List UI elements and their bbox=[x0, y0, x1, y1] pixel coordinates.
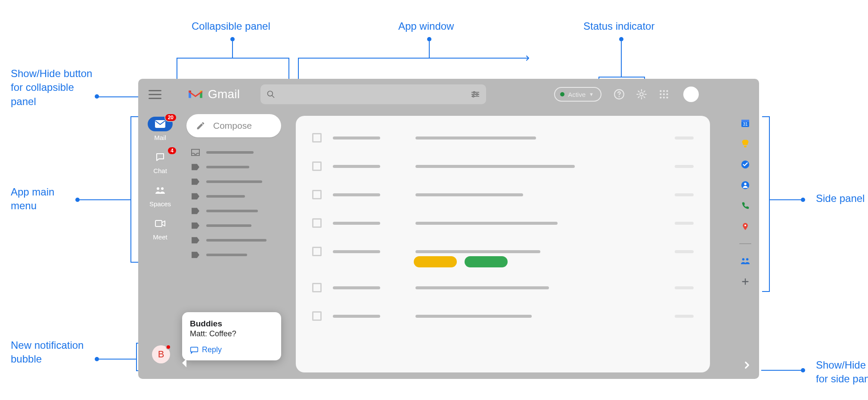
notification-bubble-avatar[interactable]: B bbox=[152, 345, 170, 363]
label-icon bbox=[191, 236, 200, 244]
annotation-text: App window bbox=[398, 20, 454, 32]
folder-item[interactable] bbox=[191, 251, 289, 259]
checkbox[interactable] bbox=[312, 161, 322, 171]
brand-name: Gmail bbox=[208, 87, 240, 101]
checkbox[interactable] bbox=[312, 247, 322, 256]
mail-row[interactable] bbox=[312, 311, 694, 321]
annotation-text: Status indicator bbox=[583, 20, 654, 32]
plus-icon[interactable] bbox=[740, 276, 751, 287]
svg-point-7 bbox=[473, 96, 474, 97]
svg-point-30 bbox=[161, 187, 164, 190]
mail-row[interactable] bbox=[312, 190, 694, 199]
pencil-icon bbox=[196, 121, 205, 130]
svg-point-25 bbox=[660, 96, 661, 98]
brand: Gmail bbox=[187, 87, 240, 101]
status-dot-icon bbox=[560, 92, 564, 96]
svg-line-15 bbox=[638, 91, 639, 92]
collapsible-panel: Compose Buddies Matt: Coffee? Reply bbox=[182, 114, 289, 379]
folder-item[interactable] bbox=[191, 207, 289, 215]
notification-reply-button[interactable]: Reply bbox=[190, 345, 273, 354]
checkbox[interactable] bbox=[312, 218, 322, 228]
label-icon bbox=[191, 251, 200, 259]
folder-item[interactable] bbox=[191, 222, 289, 229]
folder-item[interactable] bbox=[191, 149, 289, 156]
rail-item-chat[interactable]: 4 Chat bbox=[145, 150, 176, 174]
annotation-text: Side panel bbox=[816, 192, 865, 204]
svg-point-23 bbox=[663, 93, 665, 95]
groups-icon[interactable] bbox=[740, 255, 751, 267]
folder-item[interactable] bbox=[191, 178, 289, 186]
folder-item[interactable] bbox=[191, 192, 289, 200]
search-options-icon[interactable] bbox=[471, 90, 480, 99]
contacts-icon[interactable] bbox=[740, 180, 751, 191]
svg-point-6 bbox=[476, 93, 478, 95]
svg-point-10 bbox=[640, 93, 643, 96]
svg-rect-31 bbox=[155, 220, 162, 226]
rail-item-spaces[interactable]: Spaces bbox=[145, 183, 176, 208]
checkbox[interactable] bbox=[312, 311, 322, 321]
folder-item[interactable] bbox=[191, 163, 289, 171]
app-frame: Gmail Active ▼ 20 Mail bbox=[138, 79, 759, 379]
compose-label: Compose bbox=[213, 121, 252, 131]
checkbox[interactable] bbox=[312, 133, 322, 143]
rail-label: Chat bbox=[153, 167, 167, 174]
mail-row[interactable] bbox=[312, 283, 694, 292]
svg-text:31: 31 bbox=[743, 122, 748, 127]
annotation-toggle-collapsible: Show/Hide button for collapsible panel bbox=[11, 67, 97, 109]
chip-yellow[interactable] bbox=[414, 256, 457, 267]
gear-icon[interactable] bbox=[636, 89, 647, 100]
search-box[interactable] bbox=[260, 84, 486, 104]
svg-point-40 bbox=[744, 183, 747, 186]
svg-line-1 bbox=[272, 96, 274, 98]
label-icon bbox=[191, 222, 200, 229]
account-avatar[interactable] bbox=[683, 87, 699, 102]
rail-label: Spaces bbox=[149, 200, 171, 208]
help-icon[interactable] bbox=[614, 89, 625, 100]
svg-rect-33 bbox=[191, 347, 198, 352]
compose-button[interactable]: Compose bbox=[186, 114, 281, 137]
search-icon bbox=[267, 90, 275, 99]
app-window bbox=[296, 116, 710, 372]
voice-icon[interactable] bbox=[740, 200, 751, 211]
notification-title: Buddies bbox=[190, 319, 273, 329]
unread-dot-icon bbox=[166, 344, 171, 350]
annotation-app-window: App window bbox=[398, 19, 454, 33]
checkbox[interactable] bbox=[312, 283, 322, 292]
folder-item[interactable] bbox=[191, 236, 289, 244]
calendar-icon[interactable]: 31 bbox=[740, 118, 751, 129]
apps-grid-icon[interactable] bbox=[658, 89, 670, 100]
svg-point-43 bbox=[746, 258, 749, 261]
rail-item-mail[interactable]: 20 Mail bbox=[145, 117, 176, 141]
status-indicator-button[interactable]: Active ▼ bbox=[554, 87, 601, 102]
annotation-text: Collapsible panel bbox=[192, 20, 270, 32]
keep-icon[interactable] bbox=[740, 138, 751, 149]
tasks-icon[interactable] bbox=[740, 159, 751, 170]
mail-row[interactable] bbox=[312, 218, 694, 228]
annotation-app-main-menu: App main menu bbox=[11, 185, 80, 213]
search-input[interactable] bbox=[279, 90, 471, 99]
svg-point-29 bbox=[157, 187, 159, 190]
checkbox[interactable] bbox=[312, 190, 322, 199]
rail-item-meet[interactable]: Meet bbox=[145, 216, 176, 241]
annotation-text: Show/Hide button for side panel bbox=[816, 359, 868, 384]
mail-row[interactable] bbox=[312, 247, 694, 256]
gmail-logo-icon bbox=[187, 88, 204, 100]
annotation-side-panel: Side panel bbox=[816, 192, 865, 205]
chip-green[interactable] bbox=[465, 256, 508, 267]
label-icon bbox=[191, 178, 200, 186]
avatar-letter: B bbox=[158, 349, 164, 360]
label-icon bbox=[191, 163, 200, 171]
spaces-icon bbox=[155, 186, 166, 195]
svg-point-9 bbox=[619, 96, 620, 97]
svg-point-24 bbox=[666, 93, 668, 95]
svg-rect-37 bbox=[744, 146, 747, 148]
header-actions bbox=[614, 87, 708, 102]
svg-point-26 bbox=[663, 96, 665, 98]
mail-row[interactable] bbox=[312, 133, 694, 143]
reply-label: Reply bbox=[202, 345, 222, 354]
annotation-toggle-side-panel: Show/Hide button for side panel bbox=[816, 358, 868, 386]
side-panel-toggle-button[interactable] bbox=[739, 357, 755, 373]
mail-row[interactable] bbox=[312, 161, 694, 171]
menu-toggle-button[interactable] bbox=[149, 88, 161, 101]
maps-icon[interactable] bbox=[740, 221, 751, 232]
